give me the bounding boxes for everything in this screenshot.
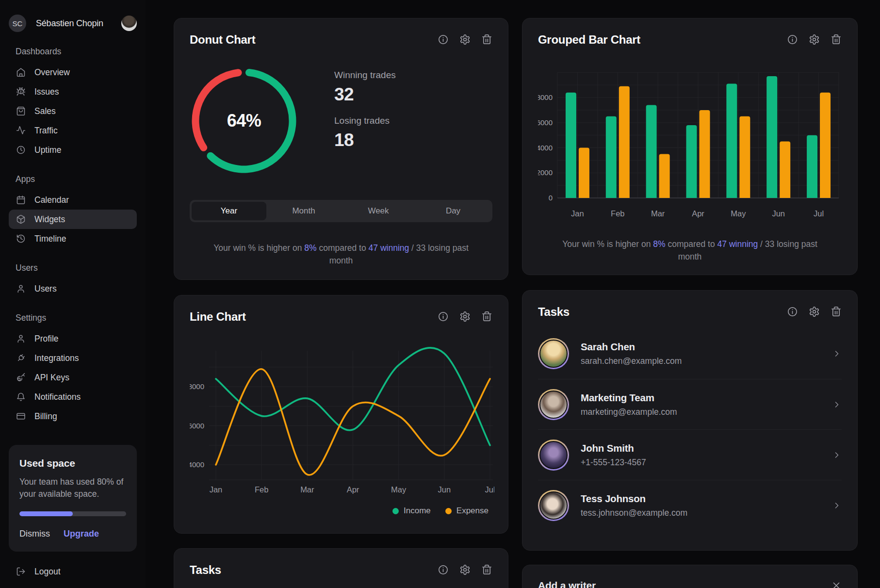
sidebar-item-overview[interactable]: Overview	[9, 63, 137, 82]
user-icon	[16, 334, 26, 343]
info-icon[interactable]	[438, 311, 449, 322]
settings-icon[interactable]	[809, 306, 820, 317]
bar	[726, 84, 737, 198]
chevron-right-icon	[832, 501, 842, 510]
settings-icon[interactable]	[459, 34, 471, 45]
bar	[646, 105, 657, 198]
chevron-right-icon	[832, 450, 842, 460]
task-name: Tess Johnson	[581, 493, 832, 505]
trash-icon[interactable]	[481, 34, 492, 45]
card-title: Tasks	[190, 563, 438, 577]
svg-text:8000: 8000	[538, 93, 553, 101]
tab-week[interactable]: Week	[341, 202, 416, 220]
activity-icon	[16, 126, 26, 135]
sidebar-item-uptime[interactable]: Uptime	[9, 140, 137, 160]
avatar	[538, 389, 569, 420]
svg-text:Jun: Jun	[772, 209, 785, 218]
svg-text:Feb: Feb	[611, 209, 624, 218]
sidebar-item-users[interactable]: Users	[9, 279, 137, 298]
sidebar-item-label: Issues	[34, 87, 59, 97]
calendar-icon	[16, 195, 26, 205]
svg-text:Feb: Feb	[255, 485, 268, 494]
sidebar-item-traffic[interactable]: Traffic	[9, 121, 137, 140]
bar	[739, 116, 750, 198]
sidebar-item-integrations[interactable]: Integrations	[9, 348, 137, 368]
svg-text:Apr: Apr	[692, 209, 704, 218]
line-chart-card: Line Chart 400060008000JanFebMarAprMayJu…	[174, 295, 508, 534]
sidebar-item-label: Users	[34, 284, 57, 294]
credit-card-icon	[16, 411, 26, 421]
close-icon[interactable]	[831, 580, 842, 588]
info-icon[interactable]	[438, 34, 449, 45]
settings-icon[interactable]	[459, 311, 471, 322]
sidebar-item-profile[interactable]: Profile	[9, 329, 137, 348]
sidebar-item-widgets[interactable]: Widgets	[9, 210, 137, 229]
user-initials-badge: SC	[9, 15, 26, 32]
win-caption: Your win % is higher on 8% compared to 4…	[203, 242, 479, 267]
tab-year[interactable]: Year	[192, 202, 266, 220]
tab-day[interactable]: Day	[416, 202, 490, 220]
upgrade-button[interactable]: Upgrade	[64, 529, 99, 539]
trash-icon[interactable]	[481, 311, 492, 322]
add-writer-title: Add a writer	[538, 580, 831, 588]
home-icon	[16, 67, 26, 77]
task-row[interactable]: Sarah Chensarah.chen@example.com	[538, 328, 842, 379]
section-label-users: Users	[16, 263, 137, 273]
settings-icon[interactable]	[809, 34, 820, 45]
trash-icon[interactable]	[831, 34, 842, 45]
bar	[659, 154, 670, 198]
info-icon[interactable]	[438, 564, 449, 575]
info-icon[interactable]	[787, 306, 798, 317]
donut-chart-card: Donut Chart 64% Winning trades 32 Losing…	[174, 18, 508, 280]
sidebar-item-label: Profile	[34, 334, 59, 344]
trash-icon[interactable]	[831, 306, 842, 317]
sidebar-item-calendar[interactable]: Calendar	[9, 190, 137, 210]
svg-text:6000: 6000	[190, 422, 204, 430]
svg-text:6000: 6000	[538, 118, 553, 127]
logout-button[interactable]: Logout	[9, 562, 137, 581]
line-chart: 400060008000JanFebMarAprMayJunJul	[190, 336, 494, 499]
dismiss-button[interactable]: Dismiss	[19, 529, 50, 539]
svg-text:Mar: Mar	[300, 485, 314, 494]
logout-row: Logout	[9, 562, 137, 581]
avatar[interactable]	[121, 16, 137, 31]
winning-trades-value: 32	[334, 84, 396, 105]
task-row[interactable]: Tess Johnsontess.johnson@example.com	[538, 480, 842, 530]
sidebar-item-label: API Keys	[34, 373, 69, 383]
cube-icon	[16, 214, 26, 224]
bar	[820, 93, 831, 198]
sidebar-item-label: Sales	[34, 106, 56, 116]
sidebar-item-label: Calendar	[34, 195, 69, 205]
svg-text:Jul: Jul	[814, 209, 824, 218]
section-label-apps: Apps	[16, 174, 137, 184]
card-title: Tasks	[538, 305, 787, 319]
tab-month[interactable]: Month	[266, 202, 341, 220]
task-row[interactable]: John Smith+1-555-123-4567	[538, 429, 842, 480]
bar	[780, 142, 790, 198]
legend-income: Income	[392, 506, 431, 516]
info-icon[interactable]	[787, 34, 798, 45]
svg-text:4000: 4000	[538, 144, 553, 152]
task-name: Sarah Chen	[581, 341, 832, 353]
sidebar-item-label: Timeline	[34, 234, 66, 244]
sidebar-item-label: Billing	[34, 411, 57, 422]
history-icon	[16, 234, 26, 244]
sidebar-item-label: Overview	[34, 67, 70, 78]
bar	[579, 148, 589, 198]
trash-icon[interactable]	[481, 564, 492, 575]
sidebar-item-issues[interactable]: Issues	[9, 82, 137, 101]
sidebar-item-sales[interactable]: Sales	[9, 101, 137, 121]
sidebar-item-label: Uptime	[34, 145, 61, 155]
user-icon	[16, 284, 26, 294]
logout-label: Logout	[34, 567, 61, 577]
user-row[interactable]: SC Sébastien Chopin	[9, 15, 137, 32]
sidebar-item-label: Integrations	[34, 353, 79, 363]
sidebar-item-billing[interactable]: Billing	[9, 407, 137, 426]
sidebar-item-api-keys[interactable]: API Keys	[9, 368, 137, 387]
plug-icon	[16, 353, 26, 363]
task-row[interactable]: Marketing Teammarketing@example.com	[538, 379, 842, 429]
settings-icon[interactable]	[459, 564, 471, 575]
sidebar-item-notifications[interactable]: Notifications	[9, 387, 137, 407]
sidebar-item-timeline[interactable]: Timeline	[9, 229, 137, 248]
used-space-progress-fill	[19, 511, 73, 516]
